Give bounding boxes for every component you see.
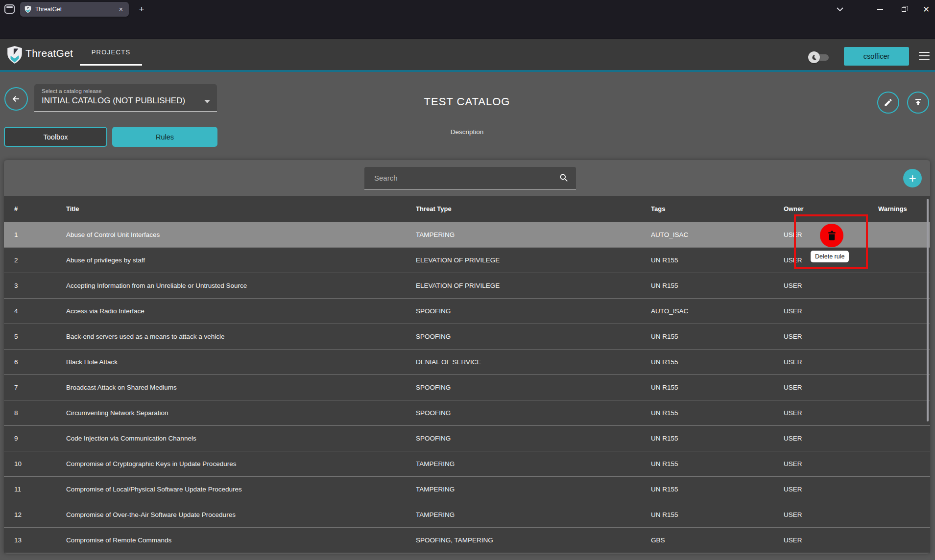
cell-threat-type: TAMPERING [416,231,651,238]
edit-catalog-button[interactable] [877,92,899,114]
cell-title: Compromise of Local/Physical Software Up… [66,486,416,493]
table-scrollbar[interactable] [927,199,929,421]
cell-title: Compromise of Remote Commands [66,537,416,544]
table-row[interactable]: 3 Accepting Information from an Unreliab… [4,273,930,298]
threatget-logo [5,46,24,64]
cell-tags: UN R155 [651,435,784,442]
cell-tags: UN R155 [651,384,784,391]
column-header-tags: Tags [651,205,784,212]
select-value: INITIAL CATALOG (NOT PUBLISHED) [42,96,210,106]
cell-threat-type: TAMPERING [416,460,651,467]
cell-tags: UN R155 [651,358,784,366]
trash-icon [826,230,838,242]
select-label: Select a catalog release [42,88,210,94]
arrow-left-icon [11,94,21,103]
cell-owner: USER [784,307,878,315]
cell-title: Back-end servers used as a means to atta… [66,333,416,340]
cell-number: 1 [14,231,66,238]
select-caret-icon [204,100,210,103]
browser-toolbar: ← → http://localhost:4200/#/catalogs/094… [0,19,935,39]
dark-mode-toggle[interactable] [808,51,830,64]
cell-tags: UN R155 [651,257,784,264]
tab-rules[interactable]: Rules [112,127,217,147]
cell-number: 12 [14,511,66,518]
new-tab-button[interactable]: + [135,3,148,16]
browser-tab[interactable]: ThreatGet × [20,2,129,17]
cell-title: Compromise of Cryptographic Keys in Upda… [66,460,416,467]
cell-threat-type: SPOOFING [416,384,651,391]
back-to-catalogs-button[interactable] [4,87,28,111]
cell-threat-type: ELEVATION OF PRIVILEGE [416,282,651,289]
column-header-number: # [14,205,66,212]
window-restore-button[interactable] [896,4,911,15]
cell-title: Broadcast Attack on Shared Mediums [66,384,416,391]
table-row[interactable]: 4 Access via Radio Interface SPOOFING AU… [4,298,930,324]
add-rule-button[interactable]: + [903,169,922,187]
page-title: TEST CATALOG [294,95,640,108]
search-icon[interactable] [559,173,569,183]
search-input[interactable] [364,174,559,182]
cell-threat-type: TAMPERING [416,511,651,518]
column-header-owner: Owner [784,205,878,212]
table-body: 1 Abuse of Control Unit Interfaces TAMPE… [4,222,930,553]
tab-close-icon[interactable]: × [117,5,125,13]
cell-title: Access via Radio Interface [66,307,416,315]
app-header: ThreatGet PROJECTS [0,39,935,72]
cell-number: 10 [14,460,66,467]
cell-title: Compromise of Over-the-Air Software Upda… [66,511,416,518]
table-row[interactable]: 10 Compromise of Cryptographic Keys in U… [4,451,930,476]
table-row[interactable]: 11 Compromise of Local/Physical Software… [4,476,930,502]
table-row[interactable]: 1 Abuse of Control Unit Interfaces TAMPE… [4,222,930,247]
table-row[interactable]: 2 Abuse of privileges by staff ELEVATION… [4,247,930,273]
catalog-release-select[interactable]: Select a catalog release INITIAL CATALOG… [34,84,217,112]
table-row[interactable]: 9 Code Injection via Communication Chann… [4,425,930,451]
cell-title: Accepting Information from an Unreliable… [66,282,416,289]
cell-threat-type: DENIAL OF SERVICE [416,358,651,366]
user-button[interactable]: csofficer [844,47,909,66]
rules-panel: + # Title Threat Type Tags Owner Warning… [4,160,930,554]
table-header: # Title Threat Type Tags Owner Warnings [4,196,930,222]
tab-toolbox[interactable]: Toolbox [4,127,107,147]
brand-name: ThreatGet [25,47,73,59]
table-row[interactable]: 7 Broadcast Attack on Shared Mediums SPO… [4,374,930,400]
window-minimize-button[interactable] [873,4,887,15]
table-row[interactable]: 5 Back-end servers used as a means to at… [4,324,930,349]
cell-owner: USER [784,511,878,518]
toggle-knob [808,51,820,63]
cell-number: 8 [14,409,66,417]
tab-favicon-shield-icon [24,5,32,13]
cell-owner: USER [784,537,878,544]
cell-number: 6 [14,358,66,366]
cell-threat-type: SPOOFING [416,333,651,340]
browser-tab-strip: ThreatGet × + ✕ [0,0,935,19]
cell-title: Black Hole Attack [66,358,416,366]
cell-number: 4 [14,307,66,315]
cell-number: 9 [14,435,66,442]
app-menu-icon[interactable] [918,49,931,62]
cell-tags: UN R155 [651,333,784,340]
cell-threat-type: SPOOFING [416,307,651,315]
search-box[interactable] [364,167,576,189]
tab-list-chevron-icon[interactable] [834,4,846,15]
table-row[interactable]: 8 Circumventing Network Separation SPOOF… [4,400,930,425]
table-row[interactable]: 6 Black Hole Attack DENIAL OF SERVICE UN… [4,349,930,374]
cell-threat-type: TAMPERING [416,486,651,493]
firefox-view-icon[interactable] [4,4,15,14]
nav-tab-active-underline [80,64,142,66]
table-row[interactable]: 12 Compromise of Over-the-Air Software U… [4,502,930,527]
cell-owner: USER [784,384,878,391]
cell-tags: UN R155 [651,409,784,417]
delete-rule-button[interactable] [820,224,843,247]
publish-catalog-button[interactable] [907,92,929,114]
cell-owner: USER [784,409,878,417]
cell-owner: USER [784,435,878,442]
table-row[interactable]: 13 Compromise of Remote Commands SPOOFIN… [4,527,930,553]
window-close-button[interactable]: ✕ [919,3,934,16]
cell-title: Circumventing Network Separation [66,409,416,417]
nav-tab-projects[interactable]: PROJECTS [80,39,142,65]
moon-icon [811,54,817,61]
column-header-title: Title [66,205,416,212]
cell-title: Abuse of Control Unit Interfaces [66,231,416,238]
cell-tags: UN R155 [651,460,784,467]
cell-tags: UN R155 [651,486,784,493]
